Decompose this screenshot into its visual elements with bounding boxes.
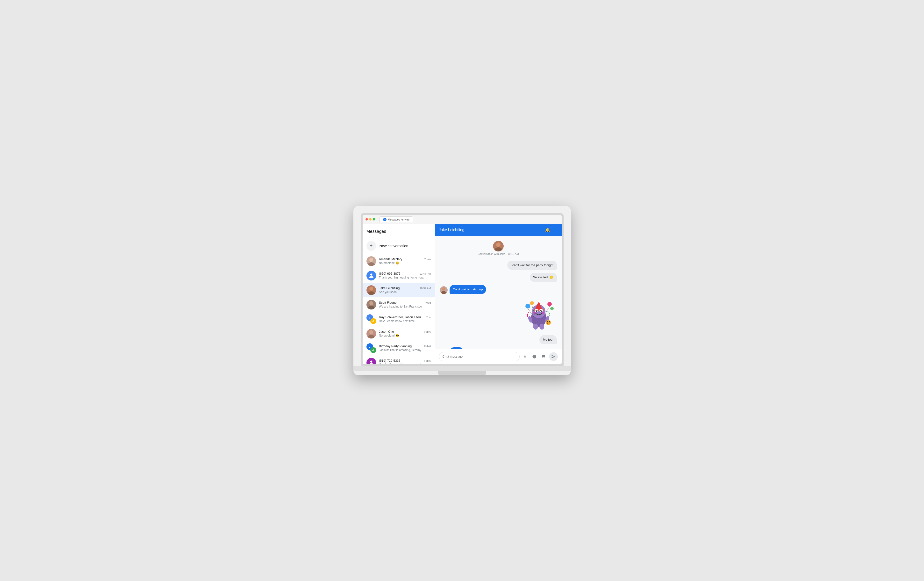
svg-point-33 [547, 321, 548, 323]
avatar-jake [366, 285, 376, 295]
conv-time-jake: 10:34 AM [420, 287, 431, 290]
conv-top-phone1: (650) 695-3875 12:44 PM [379, 272, 431, 275]
msg-avatar-jake [440, 286, 448, 294]
avatar-phone1 [366, 271, 376, 280]
sticker-button[interactable] [531, 353, 538, 360]
input-icons: ☺ [521, 353, 547, 360]
emoji-button[interactable]: ☺ [521, 353, 529, 360]
conv-preview-scott: We are heading to San Francisco [379, 305, 431, 308]
notifications-icon[interactable]: 🔔 [545, 227, 550, 232]
conv-name-scott: Scott Fleener [379, 301, 398, 305]
bubble-m2: So excited! 🙂 [530, 273, 557, 282]
person-icon [369, 273, 374, 278]
svg-point-8 [368, 335, 375, 338]
conv-time-birthday: Feb 6 [424, 345, 431, 348]
conv-name-jason-cho: Jason Cho [379, 330, 394, 333]
svg-point-24 [536, 310, 537, 311]
conversation-item-scott[interactable]: Scott Fleener Wed We are heading to San … [363, 297, 435, 312]
maximize-light[interactable] [373, 218, 375, 220]
new-conversation-label: New conversation [380, 244, 408, 248]
traffic-lights [365, 218, 375, 220]
svg-point-25 [541, 310, 542, 311]
conversation-item-ray-jason[interactable]: T J Ray Schwerdtner, Jason Tzou Tue Ray:… [363, 312, 435, 326]
svg-point-0 [370, 258, 373, 262]
message-row-m5: Me too! [440, 335, 557, 344]
svg-line-41 [545, 306, 549, 315]
conv-time-phone2: Feb 5 [424, 359, 431, 362]
conv-preview-amanda: No problem! 😊 [379, 262, 431, 265]
avatar-scott [366, 300, 376, 310]
tab-title: Messages for web [388, 218, 409, 221]
avatar-jake-img [366, 285, 376, 295]
conv-preview-jake: See you soon [379, 290, 431, 294]
conversation-item-phone1[interactable]: (650) 695-3875 12:44 PM Thank you. I'm h… [363, 268, 435, 283]
new-conversation-icon: + [366, 241, 376, 251]
chat-input[interactable] [439, 352, 520, 361]
conv-top-birthday: Birthday Party Planning Feb 6 [379, 344, 431, 348]
new-conversation-button[interactable]: + New conversation [363, 238, 435, 254]
app-container: Messages ⋮ + New conversation [363, 224, 562, 364]
avatar-amanda [366, 256, 376, 266]
conv-name-phone1: (650) 695-3875 [379, 272, 401, 275]
conv-top-jake: Jake Leichtling 10:34 AM [379, 286, 431, 290]
svg-point-37 [548, 302, 552, 306]
conv-time-amanda: 2 min [424, 258, 431, 261]
conv-preview-birthday: Jacinta: That is amazing, Jeremy [379, 348, 431, 352]
avatar-phone2 [366, 358, 376, 364]
send-button[interactable] [549, 352, 558, 361]
conv-info-jason-cho: Jason Cho Feb 6 No problem! 😎 [379, 330, 431, 337]
avatar-jason-cho [366, 329, 376, 338]
conversation-item-birthday[interactable]: J A Birthday Party Planning Feb 6 Jacint… [363, 341, 435, 356]
browser-bar: Messages for web [363, 215, 562, 224]
conv-info-birthday: Birthday Party Planning Feb 6 Jacinta: T… [379, 344, 431, 352]
chat-more-icon[interactable]: ⋮ [554, 227, 558, 232]
bubble-m1: I can't wait for the party tonight [507, 261, 557, 270]
avatar-jason-group: J [370, 318, 376, 324]
conv-info-jake: Jake Leichtling 10:34 AM See you soon [379, 286, 431, 294]
conv-time-ray-jason: Tue [426, 316, 431, 319]
conv-preview-jason-cho: No problem! 😎 [379, 334, 431, 337]
browser-tab[interactable]: Messages for web [380, 217, 413, 222]
conversation-item-amanda[interactable]: Amanda McNary 2 min No problem! 😊 [363, 254, 435, 268]
conv-info-scott: Scott Fleener Wed We are heading to San … [379, 301, 431, 308]
sidebar: Messages ⋮ + New conversation [363, 224, 435, 364]
laptop-bottom [353, 366, 571, 371]
conv-name-phone2: (519) 729-5335 [379, 359, 401, 363]
svg-point-38 [550, 307, 554, 310]
minimize-light[interactable] [369, 218, 371, 220]
chat-header: Jake Leichtling 🔔 ⋮ [435, 224, 562, 236]
conv-start-text: Conversation with Jake • 10:15 AM [478, 252, 519, 255]
svg-point-5 [370, 301, 373, 305]
bubble-m5: Me too! [540, 335, 556, 344]
laptop-wrapper: Messages for web Messages ⋮ + New conver… [353, 206, 571, 375]
send-icon [551, 354, 556, 359]
conversation-item-jason-cho[interactable]: Jason Cho Feb 6 No problem! 😎 [363, 326, 435, 341]
avatar-birthday-2: A [370, 347, 376, 353]
conv-info-phone2: (519) 729-5335 Feb 5 Yes, I will contact… [379, 359, 431, 364]
chat-header-actions: 🔔 ⋮ [545, 227, 558, 232]
conversation-item-jake[interactable]: Jake Leichtling 10:34 AM See you soon [363, 283, 435, 297]
avatar-img [366, 256, 376, 266]
svg-point-27 [541, 312, 544, 314]
sidebar-header: Messages ⋮ [363, 224, 435, 238]
svg-point-1 [368, 262, 375, 266]
conv-preview-phone1: Thank you. I'm heading home now. [379, 276, 431, 279]
conversation-item-phone2[interactable]: (519) 729-5335 Feb 5 Yes, I will contact… [363, 356, 435, 364]
image-button[interactable] [540, 353, 547, 360]
svg-point-19 [538, 300, 540, 303]
conv-time-phone1: 12:44 PM [419, 272, 431, 275]
avatar-birthday: J A [366, 343, 376, 353]
conv-preview-ray-jason: Ray: Let me know next time [379, 319, 431, 323]
conv-name-amanda: Amanda McNary [379, 257, 403, 261]
close-light[interactable] [365, 218, 368, 220]
msg-avatar-jake-img [440, 286, 448, 294]
monster-sticker [523, 299, 554, 330]
conv-top-phone2: (519) 729-5335 Feb 5 [379, 359, 431, 363]
conv-time-scott: Wed [426, 301, 431, 304]
conv-name-ray-jason: Ray Schwerdtner, Jason Tzou [379, 315, 421, 319]
sidebar-more-button[interactable]: ⋮ [423, 228, 431, 235]
sticker-area [440, 299, 557, 330]
svg-point-13 [442, 287, 446, 291]
conv-top-jason-cho: Jason Cho Feb 6 [379, 330, 431, 333]
svg-point-7 [370, 330, 373, 334]
